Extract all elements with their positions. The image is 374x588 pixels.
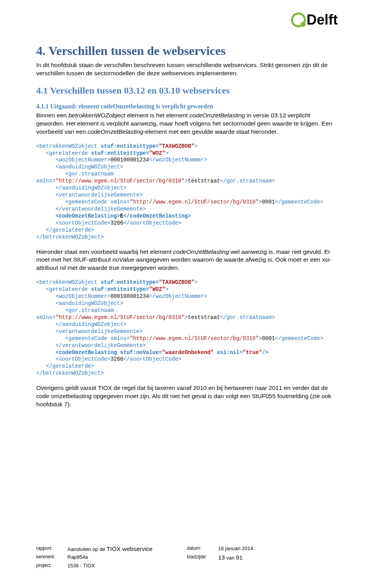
footer-datum-label: datum: xyxy=(187,545,218,553)
footer-datum: 16 januari 2014 xyxy=(218,545,338,553)
page-footer: rapport: Aansluiten op de TIOX webservic… xyxy=(36,545,338,569)
heading-2: 4.1 Verschillen tussen 03.12 en 03.10 we… xyxy=(36,85,338,96)
footer-kenmerk: Rap954a xyxy=(67,554,187,561)
logo-text: Delft xyxy=(307,12,338,28)
intro-paragraph: In dit hoofdstuk staan de verschillen be… xyxy=(36,61,338,78)
paragraph-3: Overigens geldt vanuit TIOX de regel dat… xyxy=(36,384,338,409)
footer-project: 1538 - TIOX xyxy=(67,563,187,569)
footer-bladzijde: 13 van 91 xyxy=(218,554,338,561)
footer-rapport-label: rapport: xyxy=(36,545,67,553)
code-block-2: <betrokkenWOZobject stuf:entiteittype="T… xyxy=(36,279,338,377)
logo-mark-icon xyxy=(291,12,306,27)
logo: Delft xyxy=(291,12,338,28)
heading-3: 4.1.1 Uitgaand: element codeOmzetbelasti… xyxy=(36,103,338,110)
heading-1: 4. Verschillen tussen de webservices xyxy=(36,44,338,58)
footer-project-label: project: xyxy=(36,563,67,569)
paragraph-2: Hieronder staat een voorbeeld waarbij he… xyxy=(36,248,338,273)
footer-bladzijde-label: bladzijde: xyxy=(187,554,218,561)
code-block-1: <betrokkenWOZobject stuf:entiteittype="T… xyxy=(36,143,338,241)
footer-kenmerk-label: kenmerk: xyxy=(36,554,67,561)
footer-rapport: Aansluiten op de TIOX webservice xyxy=(67,545,187,553)
paragraph-1: Binnen een betrokkenWOZobject element is… xyxy=(36,112,338,136)
